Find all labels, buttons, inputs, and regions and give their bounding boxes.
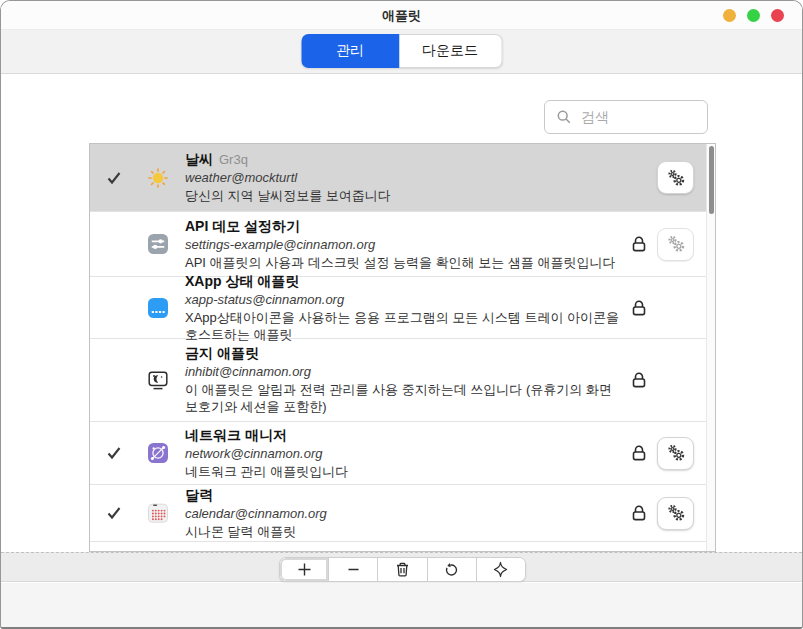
applet-row[interactable]: API 데모 설정하기 settings-example@cinnamon.or… [90,212,706,277]
lock-icon [630,234,648,254]
applet-title: 금지 애플릿 [185,345,259,363]
applet-list: 날씨 Gr3q weather@mockturtl 당신의 지역 날씨정보를 보… [89,143,716,552]
content-area: 날씨 Gr3q weather@mockturtl 당신의 지역 날씨정보를 보… [1,74,802,552]
lock-icon [630,503,648,523]
applet-description: XApp상태아이콘을 사용하는 응용 프로그램의 모든 시스템 트레이 아이콘을… [185,309,624,343]
search-box [544,100,708,134]
search-icon [556,109,572,125]
tab-manage[interactable]: 관리 [301,34,399,68]
lock-icon [630,443,648,463]
applet-row[interactable]: 달력 calendar@cinnamon.org 시나몬 달력 애플릿 [90,485,706,542]
applet-icon [138,232,178,256]
scrollbar-thumb[interactable] [709,146,714,214]
search-input[interactable] [579,108,699,126]
applet-description: 네트워크 관리 애플릿입니다 [185,463,624,480]
applet-controls [630,497,694,530]
applet-description: 이 애플릿은 알림과 전력 관리를 사용 중지하는데 쓰입니다 (유휴기의 화면… [185,381,624,415]
applet-uuid: weather@mockturtl [185,170,624,185]
applet-text: XApp 상태 애플릿 xapp-status@cinnamon.org XAp… [185,273,630,343]
trash-icon [393,560,412,579]
applet-description: 당신의 지역 날씨정보를 보여줍니다 [185,187,624,204]
window-title: 애플릿 [1,1,802,30]
sliders-icon [146,232,170,256]
configure-button[interactable] [657,161,694,194]
applet-uuid: calendar@cinnamon.org [185,506,624,521]
applet-icon [138,441,178,465]
sparkle-icon [491,560,510,579]
lock-icon [630,298,648,318]
applet-row[interactable]: 금지 애플릿 inhibit@cinnamon.org 이 애플릿은 알림과 전… [90,339,706,422]
applet-title: 네트워크 매니저 [185,427,287,445]
applet-icon [138,368,178,392]
toolbar-strip [1,552,802,582]
maximize-button[interactable] [747,9,760,22]
applet-text: 금지 애플릿 inhibit@cinnamon.org 이 애플릿은 알림과 전… [185,345,630,415]
sun-icon [146,166,170,190]
close-button[interactable] [771,9,784,22]
calendar-icon [146,501,170,525]
applet-controls [630,437,694,470]
configure-button[interactable] [657,228,694,261]
applet-controls [630,228,694,261]
minus-icon [344,560,363,579]
add-applet-button[interactable] [280,558,328,581]
applet-row[interactable]: 날씨 Gr3q weather@mockturtl 당신의 지역 날씨정보를 보… [90,144,706,212]
applet-uuid: inhibit@cinnamon.org [185,364,624,379]
remove-applet-button[interactable] [328,558,377,581]
xapp-status-icon [146,296,170,320]
applet-title: XApp 상태 애플릿 [185,273,299,291]
applet-description: 시나몬 달력 애플릿 [185,523,624,540]
applet-title: API 데모 설정하기 [185,218,300,236]
scrollbar-track[interactable] [706,144,715,551]
enabled-checkmark [104,444,124,462]
applet-text: 네트워크 매니저 network@cinnamon.org 네트워크 관리 애플… [185,427,630,480]
minimize-button[interactable] [723,9,736,22]
applet-controls [630,364,694,397]
moon-screen-icon [146,368,170,392]
applet-icon [138,296,178,320]
applet-text: 달력 calendar@cinnamon.org 시나몬 달력 애플릿 [185,487,630,540]
enabled-checkmark [104,504,124,522]
applet-title-suffix: Gr3q [219,152,248,167]
plus-icon [295,560,314,579]
applet-icon [138,166,178,190]
tab-group: 관리 다운로드 [301,34,502,68]
applet-row[interactable]: XApp 상태 애플릿 xapp-status@cinnamon.org XAp… [90,277,706,339]
tab-download[interactable]: 다운로드 [399,34,502,68]
applet-title: 달력 [185,487,213,505]
configure-button[interactable] [657,437,694,470]
window-footer-area [1,583,802,627]
applet-controls [630,161,694,194]
gears-icon [665,168,687,188]
gears-icon [665,503,687,523]
window-controls [723,9,784,22]
applet-uuid: xapp-status@cinnamon.org [185,292,624,307]
applet-controls [630,291,694,324]
restore-defaults-button[interactable] [427,558,476,581]
titlebar: 애플릿 [1,1,802,30]
lock-icon [630,370,648,390]
applet-row[interactable]: 네트워크 매니저 network@cinnamon.org 네트워크 관리 애플… [90,422,706,485]
network-icon [146,441,170,465]
uninstall-applet-button[interactable] [377,558,426,581]
applet-uuid: network@cinnamon.org [185,446,624,461]
undo-icon [442,560,461,579]
enabled-checkmark [104,169,124,187]
applet-icon [138,501,178,525]
applet-text: 날씨 Gr3q weather@mockturtl 당신의 지역 날씨정보를 보… [185,151,630,204]
highlight-applet-button[interactable] [476,558,525,581]
applet-title: 날씨 [185,151,213,169]
view-switcher: 관리 다운로드 [1,30,802,74]
applet-text: API 데모 설정하기 settings-example@cinnamon.or… [185,218,630,271]
toolbar [279,557,526,582]
applet-uuid: settings-example@cinnamon.org [185,237,624,252]
configure-button[interactable] [657,497,694,530]
applet-description: API 애플릿의 사용과 데스크릿 설정 능력을 확인해 보는 샘플 애플릿입니… [185,254,624,271]
gears-icon [665,443,687,463]
applets-window: 애플릿 관리 다운로드 [0,0,803,629]
gears-icon [665,234,687,254]
